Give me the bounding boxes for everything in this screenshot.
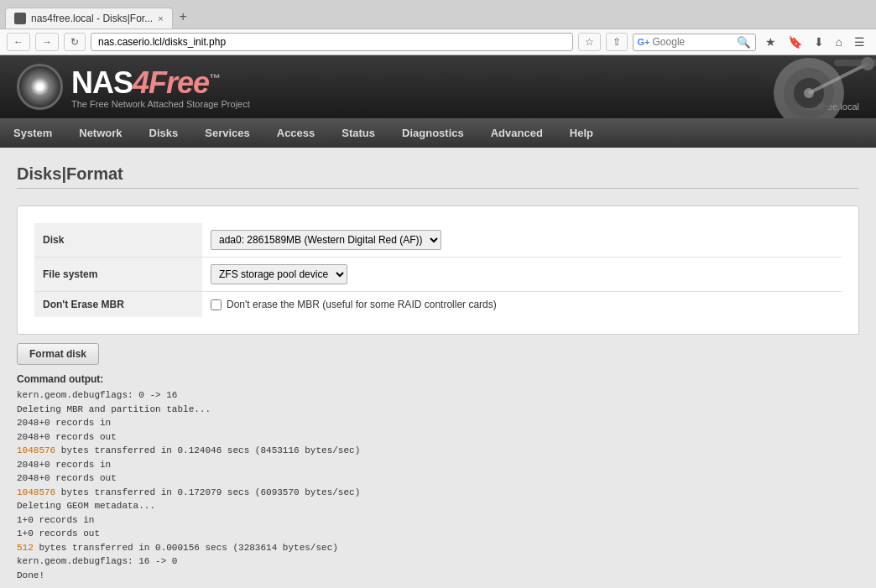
new-tab-button[interactable]: + [173, 5, 194, 29]
toolbar-icons: ★ 🔖 ⬇ ⌂ ☰ [761, 34, 869, 50]
erase-mbr-checkbox-label[interactable]: Don't erase the MBR (useful for some RAI… [211, 299, 833, 310]
filesystem-input-cell: ZFS storage pool device [202, 258, 842, 292]
command-output-section: Command output: kern.geom.debugflags: 0 … [17, 373, 859, 588]
active-tab[interactable]: nas4free.local - Disks|For... × [5, 8, 173, 29]
home-button[interactable]: ⌂ [832, 34, 847, 50]
form-table: Disk ada0: 2861589MB (Western Digital Re… [34, 223, 842, 317]
erase-mbr-checkbox[interactable] [211, 299, 222, 310]
filesystem-select[interactable]: ZFS storage pool device [211, 264, 347, 284]
nas-tm: ™ [209, 71, 220, 85]
form-container: Disk ada0: 2861589MB (Western Digital Re… [17, 206, 859, 335]
command-line: 1+0 records in [17, 513, 859, 528]
search-input[interactable] [653, 36, 737, 48]
nav-disks[interactable]: Disks [136, 118, 192, 148]
command-line: 2048+0 records in [17, 416, 859, 430]
nav-status[interactable]: Status [328, 118, 388, 148]
tab-close-button[interactable]: × [158, 13, 163, 23]
nas-brand-title: NAS4Free™ [71, 65, 250, 101]
back-button[interactable]: ← [7, 33, 30, 51]
command-line: 1048576 bytes transferred in 0.124046 se… [17, 444, 859, 458]
search-submit-button[interactable]: 🔍 [737, 36, 751, 49]
disk-label: Disk [34, 223, 202, 258]
erase-mbr-row: Don't Erase MBR Don't erase the MBR (use… [34, 292, 842, 318]
hdd-decoration [607, 55, 876, 118]
filesystem-label: File system [34, 258, 202, 292]
tab-title: nas4free.local - Disks|For... [31, 13, 153, 24]
main-content: Disks|Format Disk ada0: 2861589MB (Weste… [0, 148, 876, 588]
nav-network[interactable]: Network [65, 118, 135, 148]
command-line: kern.geom.debugflags: 0 -> 16 [17, 388, 859, 403]
page-title-disks: Disks [17, 164, 61, 183]
command-line: Done! [17, 569, 859, 583]
disk-input-cell: ada0: 2861589MB (Western Digital Red (AF… [202, 223, 842, 258]
erase-mbr-checkbox-text: Don't erase the MBR (useful for some RAI… [227, 299, 497, 310]
nas-brand-highlight: 4Free [133, 65, 209, 100]
command-output-content: kern.geom.debugflags: 0 -> 16Deleting MB… [17, 388, 859, 582]
nas-subtitle: The Free Network Attached Storage Projec… [71, 99, 250, 109]
tab-bar: nas4free.local - Disks|For... × + [0, 0, 876, 29]
nav-diagnostics[interactable]: Diagnostics [388, 118, 477, 148]
command-output-label: Command output: [17, 373, 859, 385]
nas-brand-first: NAS [71, 65, 133, 100]
disk-select[interactable]: ada0: 2861589MB (Western Digital Red (AF… [211, 230, 441, 250]
search-engine-icon: G+ [638, 37, 650, 47]
nav-system[interactable]: System [0, 118, 65, 148]
nav-services[interactable]: Services [191, 118, 263, 148]
svg-rect-6 [834, 60, 876, 66]
nas-header: NAS4Free™ The Free Network Attached Stor… [0, 55, 876, 118]
command-line: 512 bytes transferred in 0.000156 secs (… [17, 541, 859, 555]
nav-help[interactable]: Help [556, 118, 607, 148]
disk-row: Disk ada0: 2861589MB (Western Digital Re… [34, 223, 842, 258]
nav-bar: System Network Disks Services Access Sta… [0, 118, 876, 148]
page-title: Disks|Format [17, 164, 859, 189]
download-button[interactable]: ⬇ [810, 34, 828, 50]
command-line: Deleting MBR and partition table... [17, 403, 859, 417]
nav-access[interactable]: Access [263, 118, 329, 148]
browser-chrome: nas4free.local - Disks|For... × + ← → ↻ … [0, 0, 876, 55]
page-title-format: Format [66, 164, 123, 183]
command-line: 2048+0 records out [17, 430, 859, 445]
command-line: 1+0 records out [17, 527, 859, 541]
erase-mbr-input-cell: Don't erase the MBR (useful for some RAI… [202, 292, 842, 318]
nas-logo-area: NAS4Free™ The Free Network Attached Stor… [17, 64, 250, 110]
command-line: Deleting GEOM metadata... [17, 499, 859, 513]
home-synced-button[interactable]: ⇧ [606, 33, 628, 51]
nas-logo-icon [17, 64, 63, 110]
menu-button[interactable]: ☰ [850, 34, 869, 50]
filesystem-row: File system ZFS storage pool device [34, 258, 842, 292]
nas-logo-inner [29, 76, 50, 97]
bookmark-list-button[interactable]: 🔖 [784, 34, 806, 50]
erase-mbr-label: Don't Erase MBR [34, 292, 202, 318]
bookmark-star-button[interactable]: ★ [761, 34, 780, 50]
refresh-button[interactable]: ↻ [64, 33, 86, 51]
format-btn-area: Format disk [17, 343, 859, 365]
tab-favicon [14, 13, 26, 24]
bookmark-button[interactable]: ☆ [578, 33, 601, 51]
forward-button[interactable]: → [35, 33, 59, 51]
command-line: kern.geom.debugflags: 16 -> 0 [17, 554, 859, 569]
url-input[interactable] [91, 33, 573, 51]
nas-title-area: NAS4Free™ The Free Network Attached Stor… [71, 65, 250, 109]
command-line: 2048+0 records in [17, 458, 859, 472]
command-line: 1048576 bytes transferred in 0.172079 se… [17, 486, 859, 500]
address-bar: ← → ↻ ☆ ⇧ G+ 🔍 ★ 🔖 ⬇ ⌂ ☰ [0, 29, 876, 55]
command-line: 2048+0 records out [17, 471, 859, 486]
search-box: G+ 🔍 [633, 34, 756, 51]
nav-advanced[interactable]: Advanced [477, 118, 556, 148]
format-disk-button[interactable]: Format disk [17, 343, 99, 365]
